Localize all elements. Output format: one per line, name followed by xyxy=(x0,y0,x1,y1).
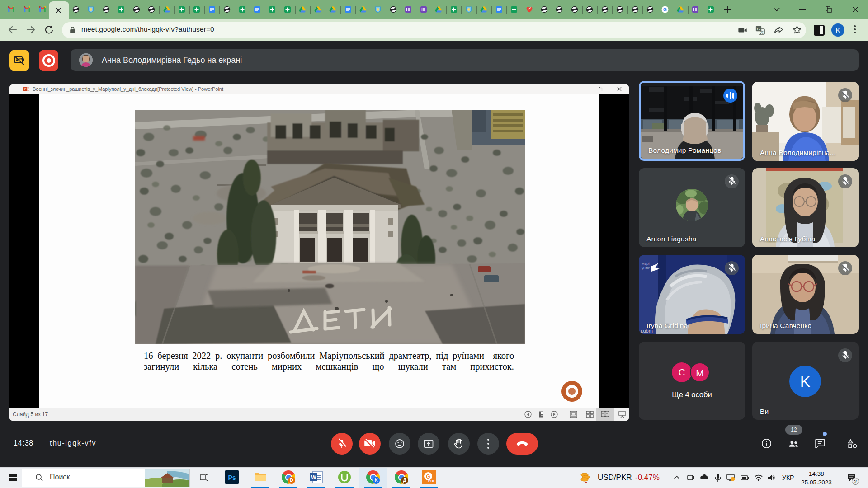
svg-text:P: P xyxy=(24,87,27,91)
svg-text:уніве: уніве xyxy=(642,266,650,270)
svg-text:PDF: PDF xyxy=(428,479,435,483)
svg-text:W: W xyxy=(311,474,316,481)
svg-text:文: 文 xyxy=(760,30,764,34)
svg-text:Ps: Ps xyxy=(228,474,236,481)
svg-text:Марі: Марі xyxy=(642,262,650,266)
